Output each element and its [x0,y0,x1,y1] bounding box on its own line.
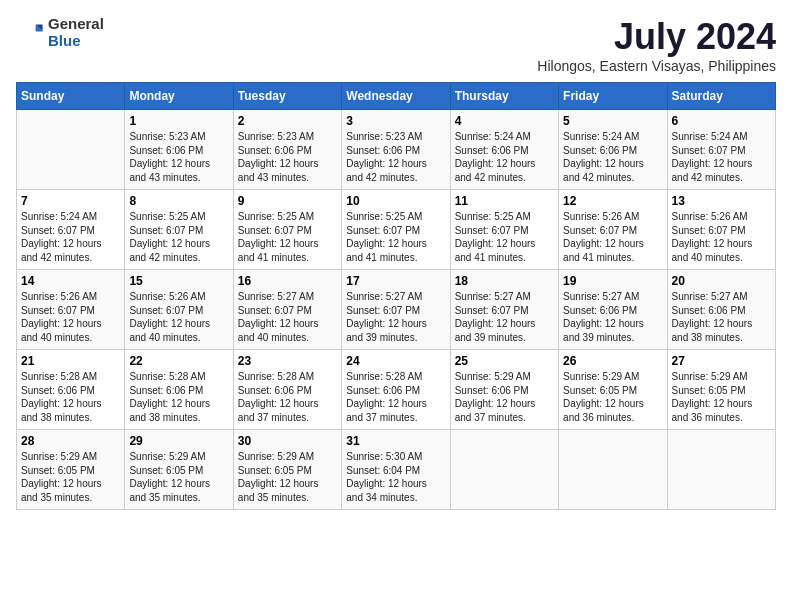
day-info: Sunrise: 5:27 AM Sunset: 6:07 PM Dayligh… [455,290,554,344]
title-area: July 2024 Hilongos, Eastern Visayas, Phi… [537,16,776,74]
day-info: Sunrise: 5:25 AM Sunset: 6:07 PM Dayligh… [346,210,445,264]
header-day: Monday [125,83,233,110]
calendar-cell: 26Sunrise: 5:29 AM Sunset: 6:05 PM Dayli… [559,350,667,430]
day-number: 27 [672,354,771,368]
day-info: Sunrise: 5:29 AM Sunset: 6:06 PM Dayligh… [455,370,554,424]
day-info: Sunrise: 5:24 AM Sunset: 6:06 PM Dayligh… [563,130,662,184]
day-info: Sunrise: 5:29 AM Sunset: 6:05 PM Dayligh… [21,450,120,504]
day-info: Sunrise: 5:27 AM Sunset: 6:06 PM Dayligh… [672,290,771,344]
day-number: 30 [238,434,337,448]
calendar-table: SundayMondayTuesdayWednesdayThursdayFrid… [16,82,776,510]
header-day: Saturday [667,83,775,110]
calendar-cell: 19Sunrise: 5:27 AM Sunset: 6:06 PM Dayli… [559,270,667,350]
day-info: Sunrise: 5:24 AM Sunset: 6:07 PM Dayligh… [21,210,120,264]
day-info: Sunrise: 5:23 AM Sunset: 6:06 PM Dayligh… [346,130,445,184]
calendar-cell: 17Sunrise: 5:27 AM Sunset: 6:07 PM Dayli… [342,270,450,350]
calendar-cell: 20Sunrise: 5:27 AM Sunset: 6:06 PM Dayli… [667,270,775,350]
day-number: 5 [563,114,662,128]
calendar-week-row: 14Sunrise: 5:26 AM Sunset: 6:07 PM Dayli… [17,270,776,350]
calendar-cell: 15Sunrise: 5:26 AM Sunset: 6:07 PM Dayli… [125,270,233,350]
day-info: Sunrise: 5:29 AM Sunset: 6:05 PM Dayligh… [563,370,662,424]
day-info: Sunrise: 5:30 AM Sunset: 6:04 PM Dayligh… [346,450,445,504]
day-info: Sunrise: 5:26 AM Sunset: 6:07 PM Dayligh… [672,210,771,264]
header-day: Sunday [17,83,125,110]
logo: General Blue [16,16,104,49]
day-info: Sunrise: 5:26 AM Sunset: 6:07 PM Dayligh… [129,290,228,344]
calendar-cell: 13Sunrise: 5:26 AM Sunset: 6:07 PM Dayli… [667,190,775,270]
day-number: 1 [129,114,228,128]
calendar-week-row: 7Sunrise: 5:24 AM Sunset: 6:07 PM Daylig… [17,190,776,270]
day-number: 8 [129,194,228,208]
day-number: 6 [672,114,771,128]
subtitle: Hilongos, Eastern Visayas, Philippines [537,58,776,74]
day-number: 2 [238,114,337,128]
day-info: Sunrise: 5:28 AM Sunset: 6:06 PM Dayligh… [346,370,445,424]
day-number: 3 [346,114,445,128]
day-info: Sunrise: 5:25 AM Sunset: 6:07 PM Dayligh… [238,210,337,264]
day-number: 14 [21,274,120,288]
day-number: 28 [21,434,120,448]
day-info: Sunrise: 5:28 AM Sunset: 6:06 PM Dayligh… [129,370,228,424]
day-info: Sunrise: 5:29 AM Sunset: 6:05 PM Dayligh… [238,450,337,504]
day-number: 25 [455,354,554,368]
day-number: 29 [129,434,228,448]
calendar-cell [450,430,558,510]
day-number: 16 [238,274,337,288]
calendar-cell: 12Sunrise: 5:26 AM Sunset: 6:07 PM Dayli… [559,190,667,270]
calendar-cell [667,430,775,510]
day-info: Sunrise: 5:28 AM Sunset: 6:06 PM Dayligh… [238,370,337,424]
calendar-cell: 11Sunrise: 5:25 AM Sunset: 6:07 PM Dayli… [450,190,558,270]
day-info: Sunrise: 5:26 AM Sunset: 6:07 PM Dayligh… [563,210,662,264]
day-info: Sunrise: 5:27 AM Sunset: 6:06 PM Dayligh… [563,290,662,344]
day-number: 18 [455,274,554,288]
page-header: General Blue July 2024 Hilongos, Eastern… [16,16,776,74]
calendar-cell: 9Sunrise: 5:25 AM Sunset: 6:07 PM Daylig… [233,190,341,270]
day-number: 17 [346,274,445,288]
calendar-cell: 2Sunrise: 5:23 AM Sunset: 6:06 PM Daylig… [233,110,341,190]
day-info: Sunrise: 5:27 AM Sunset: 6:07 PM Dayligh… [346,290,445,344]
calendar-cell: 4Sunrise: 5:24 AM Sunset: 6:06 PM Daylig… [450,110,558,190]
day-number: 13 [672,194,771,208]
main-title: July 2024 [537,16,776,58]
calendar-body: 1Sunrise: 5:23 AM Sunset: 6:06 PM Daylig… [17,110,776,510]
calendar-cell: 23Sunrise: 5:28 AM Sunset: 6:06 PM Dayli… [233,350,341,430]
header-day: Tuesday [233,83,341,110]
day-info: Sunrise: 5:29 AM Sunset: 6:05 PM Dayligh… [672,370,771,424]
svg-rect-0 [16,19,44,47]
day-info: Sunrise: 5:27 AM Sunset: 6:07 PM Dayligh… [238,290,337,344]
logo-general-label: General [48,16,104,33]
day-info: Sunrise: 5:24 AM Sunset: 6:07 PM Dayligh… [672,130,771,184]
day-number: 15 [129,274,228,288]
calendar-week-row: 28Sunrise: 5:29 AM Sunset: 6:05 PM Dayli… [17,430,776,510]
day-info: Sunrise: 5:23 AM Sunset: 6:06 PM Dayligh… [238,130,337,184]
calendar-cell: 31Sunrise: 5:30 AM Sunset: 6:04 PM Dayli… [342,430,450,510]
calendar-cell [17,110,125,190]
calendar-cell: 16Sunrise: 5:27 AM Sunset: 6:07 PM Dayli… [233,270,341,350]
day-number: 9 [238,194,337,208]
calendar-cell: 14Sunrise: 5:26 AM Sunset: 6:07 PM Dayli… [17,270,125,350]
day-number: 11 [455,194,554,208]
day-info: Sunrise: 5:24 AM Sunset: 6:06 PM Dayligh… [455,130,554,184]
calendar-cell: 5Sunrise: 5:24 AM Sunset: 6:06 PM Daylig… [559,110,667,190]
day-info: Sunrise: 5:23 AM Sunset: 6:06 PM Dayligh… [129,130,228,184]
calendar-cell: 25Sunrise: 5:29 AM Sunset: 6:06 PM Dayli… [450,350,558,430]
calendar-cell: 3Sunrise: 5:23 AM Sunset: 6:06 PM Daylig… [342,110,450,190]
day-number: 4 [455,114,554,128]
header-day: Thursday [450,83,558,110]
day-number: 24 [346,354,445,368]
header-day: Friday [559,83,667,110]
day-number: 7 [21,194,120,208]
calendar-cell: 28Sunrise: 5:29 AM Sunset: 6:05 PM Dayli… [17,430,125,510]
day-number: 20 [672,274,771,288]
day-info: Sunrise: 5:29 AM Sunset: 6:05 PM Dayligh… [129,450,228,504]
calendar-cell: 7Sunrise: 5:24 AM Sunset: 6:07 PM Daylig… [17,190,125,270]
calendar-cell: 6Sunrise: 5:24 AM Sunset: 6:07 PM Daylig… [667,110,775,190]
calendar-cell: 29Sunrise: 5:29 AM Sunset: 6:05 PM Dayli… [125,430,233,510]
calendar-cell: 1Sunrise: 5:23 AM Sunset: 6:06 PM Daylig… [125,110,233,190]
calendar-week-row: 21Sunrise: 5:28 AM Sunset: 6:06 PM Dayli… [17,350,776,430]
logo-blue-label: Blue [48,33,104,50]
day-info: Sunrise: 5:26 AM Sunset: 6:07 PM Dayligh… [21,290,120,344]
calendar-header: SundayMondayTuesdayWednesdayThursdayFrid… [17,83,776,110]
day-number: 19 [563,274,662,288]
day-number: 21 [21,354,120,368]
